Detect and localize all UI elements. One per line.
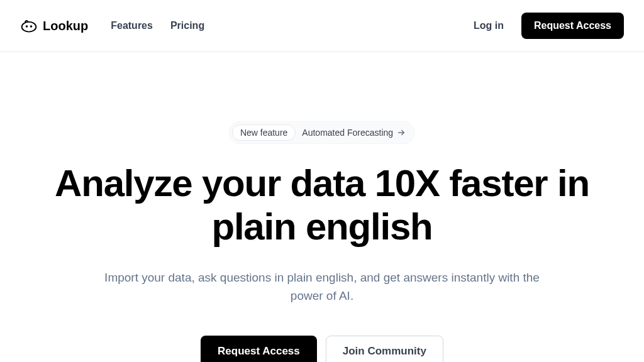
svg-point-0 <box>22 22 36 32</box>
logo-icon <box>20 18 38 33</box>
nav-features[interactable]: Features <box>111 20 153 31</box>
logo-text: Lookup <box>43 19 88 33</box>
hero-subtitle: Import your data, ask questions in plain… <box>89 268 555 305</box>
nav-pricing[interactable]: Pricing <box>170 20 204 31</box>
hero-buttons: Request Access Join Community <box>201 336 443 362</box>
login-link[interactable]: Log in <box>474 20 504 31</box>
badge-text: Automated Forecasting <box>302 128 406 138</box>
request-access-button[interactable]: Request Access <box>521 13 624 39</box>
hero-title: Analyze your data 10X faster in plain en… <box>52 162 592 248</box>
badge-pill: New feature <box>232 124 296 141</box>
svg-point-2 <box>30 25 33 28</box>
navbar: Lookup Features Pricing Log in Request A… <box>0 0 644 52</box>
navbar-right: Log in Request Access <box>474 13 624 39</box>
logo[interactable]: Lookup <box>20 18 88 33</box>
arrow-right-icon <box>397 128 406 137</box>
badge-text-label: Automated Forecasting <box>302 128 393 138</box>
join-community-button[interactable]: Join Community <box>326 336 443 362</box>
nav-links: Features Pricing <box>111 20 204 31</box>
hero: New feature Automated Forecasting Analyz… <box>0 52 644 362</box>
feature-badge[interactable]: New feature Automated Forecasting <box>229 121 415 144</box>
navbar-left: Lookup Features Pricing <box>20 18 204 33</box>
svg-point-1 <box>26 25 28 28</box>
hero-request-access-button[interactable]: Request Access <box>201 336 317 362</box>
